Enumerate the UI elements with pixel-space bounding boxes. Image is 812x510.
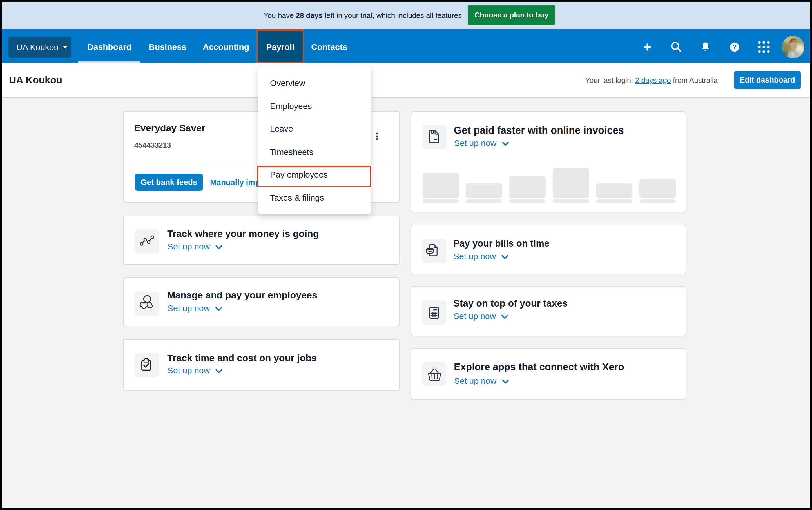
svg-text:?: ?	[732, 44, 736, 51]
